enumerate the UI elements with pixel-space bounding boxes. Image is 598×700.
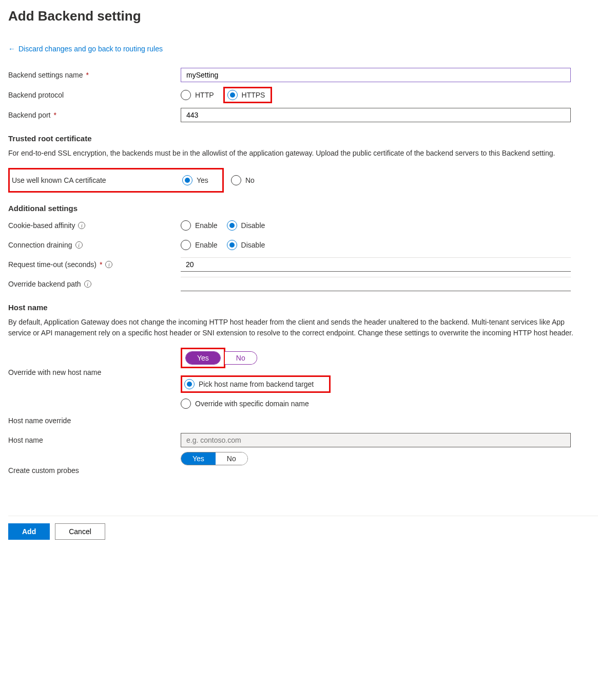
discard-back-link[interactable]: ← Discard changes and go back to routing…	[8, 45, 163, 53]
hostname-heading: Host name	[8, 303, 598, 312]
conn-drain-disable-radio[interactable]: Disable	[227, 240, 265, 250]
info-icon[interactable]: i	[75, 241, 83, 249]
custom-probes-label: Create custom probes	[8, 452, 181, 475]
override-hostname-no-toggle[interactable]: No	[225, 352, 257, 364]
protocol-https-radio[interactable]: HTTPS	[225, 89, 271, 101]
conn-drain-enable-label: Enable	[195, 241, 218, 249]
pick-hostname-label: Pick host name from backend target	[199, 380, 314, 388]
protocol-http-label: HTTP	[195, 91, 214, 99]
port-label: Backend port*	[8, 111, 181, 119]
cookie-affinity-enable-label: Enable	[195, 221, 218, 230]
hostname-input[interactable]	[181, 433, 571, 447]
override-specific-radio[interactable]: Override with specific domain name	[181, 399, 309, 409]
override-specific-label: Override with specific domain name	[195, 400, 309, 408]
pick-hostname-radio[interactable]: Pick host name from backend target	[184, 379, 314, 389]
well-known-ca-no-radio[interactable]: No	[231, 175, 255, 185]
custom-probes-yes-toggle[interactable]: Yes	[181, 452, 216, 465]
add-button[interactable]: Add	[8, 523, 50, 540]
timeout-label: Request time-out (seconds)* i	[8, 260, 181, 269]
well-known-ca-yes-radio[interactable]: Yes	[182, 175, 208, 185]
protocol-label: Backend protocol	[8, 91, 181, 99]
settings-name-input[interactable]	[181, 68, 571, 82]
trusted-root-description: For end-to-end SSL encryption, the backe…	[8, 148, 583, 159]
info-icon[interactable]: i	[105, 261, 112, 268]
custom-probes-no-toggle[interactable]: No	[216, 452, 247, 465]
cookie-affinity-disable-label: Disable	[241, 221, 265, 230]
additional-settings-heading: Additional settings	[8, 204, 598, 213]
protocol-http-radio[interactable]: HTTP	[181, 90, 214, 100]
trusted-root-heading: Trusted root certificate	[8, 134, 598, 143]
hostname-label: Host name	[8, 436, 181, 444]
override-hostname-label: Override with new host name	[8, 348, 181, 376]
cookie-affinity-label: Cookie-based affinity i	[8, 221, 181, 230]
info-icon[interactable]: i	[78, 222, 85, 229]
conn-drain-disable-label: Disable	[241, 241, 265, 249]
hostname-description: By default, Application Gateway does not…	[8, 317, 583, 338]
back-link-label: Discard changes and go back to routing r…	[18, 45, 163, 53]
hostname-override-label: Host name override	[8, 417, 181, 425]
cookie-affinity-enable-radio[interactable]: Enable	[181, 220, 218, 231]
port-input[interactable]	[181, 108, 571, 122]
arrow-left-icon: ←	[8, 45, 15, 53]
conn-drain-enable-radio[interactable]: Enable	[181, 240, 218, 250]
override-path-label: Override backend path i	[8, 280, 181, 288]
override-path-input[interactable]	[181, 277, 571, 291]
info-icon[interactable]: i	[84, 280, 91, 288]
well-known-ca-no-label: No	[245, 176, 255, 184]
cancel-button[interactable]: Cancel	[55, 523, 105, 540]
conn-drain-label: Connection draining i	[8, 241, 181, 249]
settings-name-label: Backend settings name*	[8, 71, 181, 79]
page-title: Add Backend setting	[8, 8, 598, 24]
well-known-ca-yes-label: Yes	[197, 176, 208, 184]
protocol-https-label: HTTPS	[242, 91, 265, 99]
well-known-ca-label: Use well known CA certificate	[10, 176, 182, 184]
cookie-affinity-disable-radio[interactable]: Disable	[227, 220, 265, 231]
timeout-input[interactable]	[181, 257, 571, 272]
override-hostname-yes-toggle[interactable]: Yes	[186, 352, 220, 364]
